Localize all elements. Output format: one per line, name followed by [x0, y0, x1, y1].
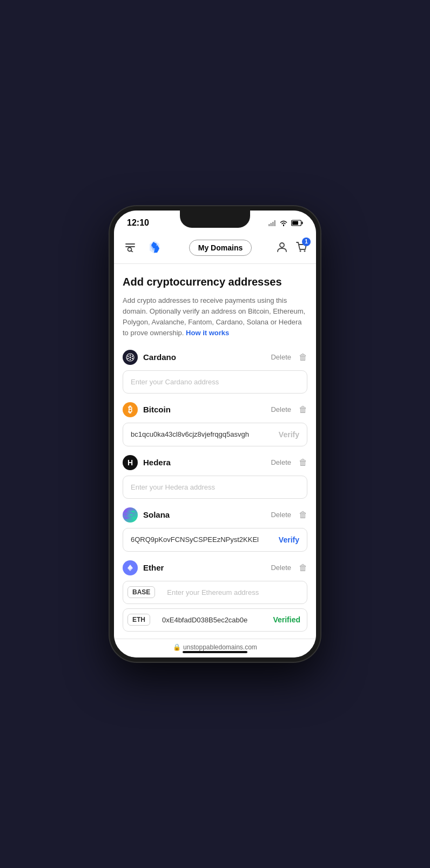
cardano-trash-icon[interactable]: 🗑 [299, 352, 307, 362]
svg-rect-1 [271, 223, 272, 226]
ether-icon [123, 560, 138, 575]
cardano-input-wrapper [123, 370, 307, 394]
home-indicator [183, 651, 247, 653]
hedera-address-input[interactable] [123, 476, 307, 498]
nav-header: My Domains 1 [114, 232, 316, 264]
bitcoin-name: Bitcoin [143, 405, 265, 414]
hedera-header: H Hedera Delete 🗑 [123, 455, 307, 470]
svg-point-20 [132, 357, 133, 358]
ether-name: Ether [143, 563, 265, 572]
lock-icon: 🔒 [173, 643, 181, 651]
solana-icon [123, 507, 138, 523]
ether-delete-label: Delete [271, 564, 291, 572]
logo-svg [145, 239, 164, 257]
cardano-address-input[interactable] [123, 371, 307, 393]
svg-point-11 [280, 243, 284, 247]
base-tag: BASE [127, 586, 155, 598]
bitcoin-header: ₿ Bitcoin Delete 🗑 [123, 402, 307, 417]
svg-point-15 [130, 354, 131, 355]
logo [144, 238, 165, 258]
domain-url: 🔒 unstoppabledomains.com [173, 643, 257, 651]
cardano-icon [123, 350, 138, 365]
eth-input-wrapper: ETH Verified [123, 608, 307, 632]
svg-rect-2 [272, 222, 274, 226]
bitcoin-icon: ₿ [123, 402, 138, 417]
eth-tag: ETH [127, 614, 150, 626]
hamburger-search-icon [125, 241, 136, 252]
bottom-bar: 🔒 unstoppabledomains.com [114, 639, 316, 657]
solana-name: Solana [143, 510, 265, 519]
svg-point-19 [127, 357, 129, 358]
profile-button[interactable] [276, 241, 288, 255]
bitcoin-verify-button[interactable]: Verify [271, 423, 307, 446]
profile-icon [276, 241, 288, 253]
wifi-icon [279, 220, 288, 226]
page-title: Add cryptocurrency addresses [123, 275, 307, 289]
ether-trash-icon[interactable]: 🗑 [299, 563, 307, 573]
nav-right: 1 [276, 241, 307, 255]
svg-point-16 [130, 358, 131, 360]
status-icons [268, 220, 303, 226]
cardano-section: Cardano Delete 🗑 [123, 350, 307, 394]
main-content: Add cryptocurrency addresses Add crypto … [114, 264, 316, 639]
hedera-section: H Hedera Delete 🗑 [123, 455, 307, 499]
solana-header: Solana Delete 🗑 [123, 507, 307, 523]
cart-badge: 1 [302, 238, 311, 246]
url-text: unstoppabledomains.com [183, 643, 257, 651]
my-domains-button[interactable]: My Domains [189, 240, 252, 256]
ethereum-logo [126, 564, 135, 572]
hedera-delete-label: Delete [271, 458, 291, 466]
cart-button[interactable]: 1 [295, 241, 307, 255]
cardano-delete-label: Delete [271, 353, 291, 361]
svg-rect-5 [292, 221, 298, 225]
svg-point-17 [127, 355, 129, 356]
svg-point-12 [300, 250, 301, 252]
solana-trash-icon[interactable]: 🗑 [299, 510, 307, 520]
bitcoin-trash-icon[interactable]: 🗑 [299, 405, 307, 415]
hedera-input-wrapper [123, 476, 307, 499]
ether-section: Ether Delete 🗑 BASE ETH Verified [123, 560, 307, 632]
svg-rect-6 [302, 222, 303, 225]
ether-header: Ether Delete 🗑 [123, 560, 307, 575]
svg-point-21 [130, 356, 131, 358]
bitcoin-section: ₿ Bitcoin Delete 🗑 Verify [123, 402, 307, 446]
nav-left [123, 238, 165, 258]
svg-rect-0 [268, 224, 270, 226]
base-input-wrapper: BASE [123, 581, 307, 604]
page-description: Add crypto addresses to receive payments… [123, 295, 307, 339]
hedera-trash-icon[interactable]: 🗑 [299, 458, 307, 467]
signal-icon [268, 220, 276, 226]
svg-rect-3 [274, 220, 276, 226]
bitcoin-input-wrapper: Verify [123, 423, 307, 446]
svg-point-18 [132, 355, 133, 356]
solana-input-wrapper: Verify [123, 528, 307, 552]
bitcoin-delete-label: Delete [271, 405, 291, 413]
eth-address-input[interactable] [154, 609, 273, 631]
cardano-header: Cardano Delete 🗑 [123, 350, 307, 365]
svg-point-13 [304, 250, 306, 252]
base-address-input[interactable] [159, 581, 307, 603]
solana-delete-label: Delete [271, 511, 291, 519]
search-button[interactable] [123, 239, 138, 257]
hedera-icon: H [123, 455, 138, 470]
cardano-logo [126, 353, 135, 362]
battery-icon [291, 220, 303, 226]
how-it-works-link[interactable]: How it works [186, 329, 229, 337]
cardano-name: Cardano [143, 352, 265, 362]
solana-address-input[interactable] [123, 528, 271, 551]
eth-verified-badge: Verified [273, 615, 307, 624]
bitcoin-address-input[interactable] [123, 423, 271, 445]
svg-line-10 [131, 250, 133, 252]
solana-verify-button[interactable]: Verify [271, 528, 307, 551]
solana-section: Solana Delete 🗑 Verify [123, 507, 307, 552]
hedera-name: Hedera [143, 458, 265, 467]
status-time: 12:10 [127, 218, 149, 228]
